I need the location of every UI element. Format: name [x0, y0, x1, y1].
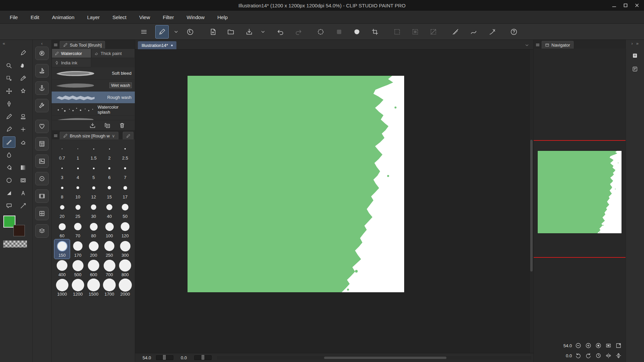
- open-file-button[interactable]: [224, 25, 237, 39]
- size-option[interactable]: 500: [70, 259, 86, 278]
- zoom-tool[interactable]: [3, 60, 15, 71]
- navigator-thumbnail[interactable]: [538, 151, 622, 233]
- list-item[interactable]: Watercolor splash: [52, 104, 135, 116]
- rotate-ccw-button[interactable]: [575, 352, 582, 359]
- size-option[interactable]: 7: [117, 162, 133, 181]
- document-canvas[interactable]: [187, 76, 404, 292]
- menu-help[interactable]: Help: [211, 14, 234, 20]
- maximize-button[interactable]: [620, 0, 631, 11]
- size-option[interactable]: 2000: [117, 278, 133, 298]
- size-option[interactable]: 1700: [102, 278, 117, 298]
- list-item-selected[interactable]: Rough wash: [52, 92, 135, 104]
- size-option[interactable]: 0.7: [54, 142, 70, 162]
- selection-fill-button[interactable]: [409, 25, 422, 39]
- size-option[interactable]: 2.5: [117, 142, 133, 162]
- minimize-button[interactable]: [608, 0, 620, 11]
- zoom-slider-thumb[interactable]: [163, 355, 166, 360]
- vertical-scroll-thumb[interactable]: [530, 140, 533, 272]
- history-panel-toggle[interactable]: [631, 65, 639, 73]
- size-option[interactable]: 700: [102, 259, 117, 278]
- size-option[interactable]: 10: [70, 181, 86, 200]
- subtool-menu-icon[interactable]: [53, 41, 58, 49]
- size-option[interactable]: 170: [70, 239, 86, 259]
- collapse-right-icon[interactable]: »: [636, 41, 639, 46]
- rotation-slider-thumb[interactable]: [202, 355, 204, 360]
- size-option-selected[interactable]: 150: [54, 239, 70, 259]
- document-tab[interactable]: Illustration14*: [138, 41, 176, 49]
- list-item[interactable]: Wet wash: [52, 79, 135, 92]
- crop-button[interactable]: [368, 25, 382, 39]
- menu-select[interactable]: Select: [106, 14, 133, 20]
- list-item[interactable]: [52, 116, 135, 120]
- expand-right-icon[interactable]: ›: [631, 41, 633, 46]
- decoration-tool[interactable]: [17, 85, 30, 97]
- reset-rotation-button[interactable]: [595, 352, 602, 359]
- eraser-tool[interactable]: [17, 136, 30, 148]
- redo-button[interactable]: [292, 25, 305, 39]
- layer-panel-toggle[interactable]: [631, 51, 639, 60]
- zoom-value[interactable]: 54.0: [143, 355, 153, 360]
- material-anchor-button[interactable]: [35, 81, 49, 95]
- eyedropper-tool[interactable]: [17, 73, 30, 84]
- brush-size-panel-tab[interactable]: Brush size [Rough w ∨: [60, 132, 118, 139]
- zoom-out-button[interactable]: [575, 342, 582, 349]
- help-button[interactable]: [507, 25, 521, 39]
- size-option[interactable]: 250: [102, 239, 117, 259]
- reference-button[interactable]: [35, 155, 49, 168]
- rotation-slider[interactable]: [194, 355, 212, 360]
- invert-selection-button[interactable]: [332, 25, 346, 39]
- tab-thick-paint[interactable]: Thick paint: [91, 49, 135, 58]
- delete-subtool-icon[interactable]: [119, 122, 125, 129]
- transparent-color-swatch[interactable]: [3, 240, 27, 248]
- move-layer-tool[interactable]: [3, 85, 15, 97]
- gradient-tool[interactable]: [17, 162, 30, 173]
- size-option[interactable]: 50: [117, 200, 133, 220]
- blend-tool[interactable]: [3, 149, 15, 161]
- text-tool[interactable]: [17, 187, 30, 199]
- zoom-slider[interactable]: [156, 355, 173, 360]
- balloon-tool[interactable]: [3, 200, 15, 212]
- color-set-button[interactable]: [35, 137, 49, 150]
- close-button[interactable]: [631, 0, 643, 11]
- size-option[interactable]: 8: [54, 181, 70, 200]
- size-option[interactable]: 800: [117, 259, 133, 278]
- selection-launcher-button[interactable]: [427, 25, 440, 39]
- timeline-button[interactable]: [35, 189, 49, 203]
- rotation-value[interactable]: 0.0: [181, 355, 192, 360]
- size-option[interactable]: 5: [86, 162, 101, 181]
- navigator-tab[interactable]: Navigator: [542, 41, 574, 49]
- menu-edit[interactable]: Edit: [24, 14, 46, 20]
- current-tool-button[interactable]: [155, 25, 169, 39]
- snap-ruler-button[interactable]: [449, 25, 462, 39]
- import-subtool-icon[interactable]: [89, 122, 96, 129]
- menu-window[interactable]: Window: [180, 14, 211, 20]
- size-option[interactable]: 600: [86, 259, 101, 278]
- selection-tool[interactable]: [3, 187, 15, 199]
- layer-palette-button[interactable]: [35, 224, 49, 238]
- save-button[interactable]: [243, 25, 256, 39]
- deselect-button[interactable]: [314, 25, 327, 39]
- size-option[interactable]: 400: [54, 259, 70, 278]
- menu-animation[interactable]: Animation: [46, 14, 81, 20]
- vertical-scrollbar[interactable]: [529, 50, 533, 353]
- size-option[interactable]: 30: [86, 200, 101, 220]
- size-option[interactable]: 40: [102, 200, 117, 220]
- subview-button[interactable]: [35, 172, 49, 185]
- snap-special-ruler-button[interactable]: [486, 25, 499, 39]
- move-canvas-tool[interactable]: [17, 60, 30, 71]
- navigator-menu-icon[interactable]: [535, 41, 540, 49]
- size-option[interactable]: 60: [54, 220, 70, 239]
- size-option[interactable]: 70: [70, 220, 86, 239]
- material-stamp-tool[interactable]: [17, 111, 30, 122]
- brush-size-extra-tab[interactable]: [123, 132, 133, 139]
- size-option[interactable]: 1200: [70, 278, 86, 298]
- canvas-viewport[interactable]: [135, 50, 533, 353]
- subtool-panel-tab[interactable]: Sub Tool [Brush]: [60, 41, 105, 49]
- clip-studio-button[interactable]: [183, 25, 197, 39]
- operation-tool[interactable]: [3, 73, 15, 84]
- command-bar-menu-button[interactable]: [137, 25, 151, 39]
- favorites-button[interactable]: [35, 120, 49, 133]
- brush-size-menu-icon[interactable]: [53, 132, 58, 139]
- navigator-rotation-value[interactable]: 0.0: [566, 353, 572, 358]
- collapse-dock-icon[interactable]: ‹: [41, 41, 43, 46]
